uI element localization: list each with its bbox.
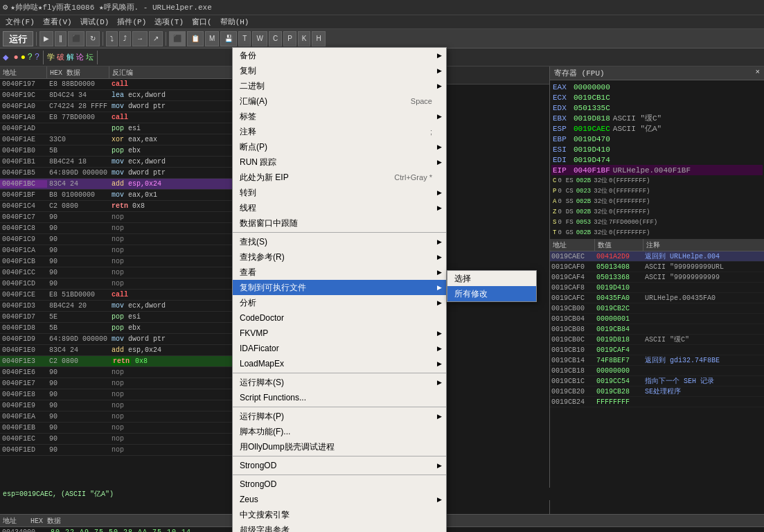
cm-item-23[interactable]: 运行脚本(S)	[233, 375, 446, 390]
tb-thread[interactable]: T	[238, 31, 251, 46]
stack-row-13[interactable]: 0019CB200019CB28SE处理程序	[550, 387, 764, 397]
stack-row-2[interactable]: 0019CAF405013368ASCII "99999999999	[550, 272, 764, 283]
stack-row-4[interactable]: 0019CAFC00435FA0URLHelpe.00435FA0	[550, 293, 764, 303]
disasm-asm-12[interactable]: nop	[109, 213, 235, 221]
disasm-asm-8[interactable]: mov dword ptr	[109, 169, 235, 177]
disasm-asm-21[interactable]: pop esi	[109, 313, 235, 321]
disasm-asm-0[interactable]: call	[109, 80, 235, 88]
disasm-asm-1[interactable]: lea ecx,dword	[109, 91, 235, 99]
cm-item-32[interactable]: StrongOD	[233, 477, 446, 492]
cm-item-8[interactable]: 此处为新 EIPCtrl+Gray *	[233, 170, 446, 185]
sm-item-0[interactable]: 选择	[447, 271, 536, 286]
cm-item-30[interactable]: StrongOD	[233, 458, 446, 473]
disasm-asm-16[interactable]: nop	[109, 258, 235, 265]
menu-item-f[interactable]: 文件(F)	[1, 15, 39, 28]
disasm-asm-15[interactable]: nop	[109, 247, 235, 254]
cm-item-0[interactable]: 备份	[233, 48, 446, 63]
cm-item-27[interactable]: 脚本功能(F)...	[233, 424, 446, 439]
tb-mem[interactable]: 💾	[220, 31, 237, 46]
disasm-asm-4[interactable]: pop esi	[109, 125, 235, 132]
disasm-asm-11[interactable]: retn 0x8	[109, 202, 235, 210]
disasm-asm-17[interactable]: nop	[109, 269, 235, 276]
cm-item-9[interactable]: 转到	[233, 185, 446, 200]
tb-run-to[interactable]: ↗	[149, 31, 163, 46]
cm-item-10[interactable]: 线程	[233, 200, 446, 215]
tb-bp[interactable]: ⬛	[169, 31, 186, 46]
disasm-asm-27[interactable]: nop	[109, 380, 235, 387]
tb-patch[interactable]: P	[283, 31, 296, 46]
tb-stop[interactable]: ⬛	[68, 31, 85, 46]
disasm-asm-9[interactable]: add esp,0x24	[109, 180, 235, 188]
menu-item-p[interactable]: 插件(P)	[113, 15, 150, 28]
disasm-asm-13[interactable]: nop	[109, 224, 235, 232]
tb-play[interactable]: ▶	[39, 31, 53, 46]
stack-row-3[interactable]: 0019CAF80019D410	[550, 283, 764, 293]
cm-item-18[interactable]: CodeDoctor	[233, 310, 446, 326]
reg-close[interactable]: ×	[755, 68, 760, 78]
tb-module[interactable]: M	[205, 31, 219, 46]
sm-item-1[interactable]: 所有修改	[447, 286, 536, 301]
stack-row-10[interactable]: 0019CB1474F8BEF7返回到 gdi32.74F8BE	[550, 355, 764, 366]
tb-heap[interactable]: H	[312, 31, 325, 46]
tb-step-out[interactable]: →	[132, 31, 148, 46]
disasm-asm-29[interactable]: nop	[109, 402, 235, 409]
tb-pause[interactable]: ‖	[55, 31, 66, 46]
tb-step-over[interactable]: ⤴	[119, 31, 131, 46]
cm-item-4[interactable]: 标签	[233, 109, 446, 124]
stack-row-9[interactable]: 0019CB100019CAF4	[550, 345, 764, 355]
disasm-asm-31[interactable]: nop	[109, 424, 235, 432]
cm-item-20[interactable]: IDAFicator	[233, 341, 446, 356]
cm-item-16[interactable]: 复制到可执行文件	[233, 280, 446, 295]
disasm-asm-25[interactable]: retn 0x8	[109, 357, 235, 365]
disasm-asm-28[interactable]: nop	[109, 391, 235, 398]
disasm-asm-5[interactable]: xor eax,eax	[109, 136, 235, 143]
disasm-asm-18[interactable]: nop	[109, 280, 235, 287]
stack-row-14[interactable]: 0019CB24FFFFFFFF	[550, 397, 764, 407]
disasm-asm-24[interactable]: add esp,0x24	[109, 346, 235, 354]
stack-row-8[interactable]: 0019CB0C0019D818ASCII "缓C"	[550, 335, 764, 345]
stack-row-5[interactable]: 0019CB000019CB2C	[550, 303, 764, 314]
menu-item-t[interactable]: 选项(T)	[150, 15, 188, 28]
cm-item-13[interactable]: 查找(S)	[233, 234, 446, 249]
cm-item-7[interactable]: RUN 跟踪	[233, 154, 446, 170]
tb-log[interactable]: 📋	[187, 31, 204, 46]
cm-item-11[interactable]: 数据窗口中跟随	[233, 215, 446, 231]
cm-item-35[interactable]: 超级字串参考	[233, 522, 446, 532]
disasm-asm-7[interactable]: mov ecx,dword	[109, 158, 235, 166]
cm-item-24[interactable]: Script Functions...	[233, 390, 446, 405]
disasm-asm-2[interactable]: mov dword ptr	[109, 103, 235, 110]
disasm-asm-10[interactable]: mov eax,0x1	[109, 191, 235, 199]
cm-item-21[interactable]: LoadMapEx	[233, 356, 446, 371]
disasm-asm-26[interactable]: nop	[109, 369, 235, 376]
menu-item-d[interactable]: 调试(D)	[76, 15, 114, 28]
cm-item-3[interactable]: 汇编(A)Space	[233, 94, 446, 109]
stack-row-12[interactable]: 0019CB1C0019CC54指向下一个 SEH 记录	[550, 376, 764, 387]
cm-item-14[interactable]: 查找参考(R)	[233, 249, 446, 265]
menu-item-[interactable]: 窗口(	[188, 15, 216, 28]
disasm-asm-23[interactable]: mov dword ptr	[109, 335, 235, 343]
tb-cpu[interactable]: C	[269, 31, 282, 46]
tb-step-in[interactable]: ⤵	[106, 31, 118, 46]
cm-item-34[interactable]: 中文搜索引擎	[233, 507, 446, 522]
disasm-asm-20[interactable]: mov ecx,dword	[109, 302, 235, 310]
disasm-asm-3[interactable]: call	[109, 114, 235, 121]
stack-row-7[interactable]: 0019CB080019CB84	[550, 324, 764, 335]
menu-item-h[interactable]: 帮助(H)	[216, 15, 254, 28]
disasm-asm-30[interactable]: nop	[109, 413, 235, 420]
menu-item-v[interactable]: 查看(V)	[39, 15, 76, 28]
disasm-asm-33[interactable]: nop	[109, 446, 235, 454]
run-button[interactable]: 运行	[3, 31, 33, 46]
cm-item-17[interactable]: 分析	[233, 295, 446, 310]
disasm-asm-22[interactable]: pop ebx	[109, 324, 235, 332]
disasm-asm-32[interactable]: nop	[109, 435, 235, 443]
cm-item-19[interactable]: FKVMP	[233, 326, 446, 341]
cm-item-28[interactable]: 用OllyDump脱壳调试进程	[233, 439, 446, 454]
disasm-asm-19[interactable]: call	[109, 291, 235, 299]
cm-item-1[interactable]: 复制	[233, 63, 446, 78]
stack-row-6[interactable]: 0019CB0400000001	[550, 314, 764, 324]
cm-item-15[interactable]: 查看	[233, 265, 446, 280]
tb-window[interactable]: W	[252, 31, 267, 46]
cm-item-26[interactable]: 运行脚本(P)	[233, 409, 446, 424]
cm-item-33[interactable]: Zeus	[233, 492, 446, 507]
tb-call[interactable]: K	[298, 31, 311, 46]
